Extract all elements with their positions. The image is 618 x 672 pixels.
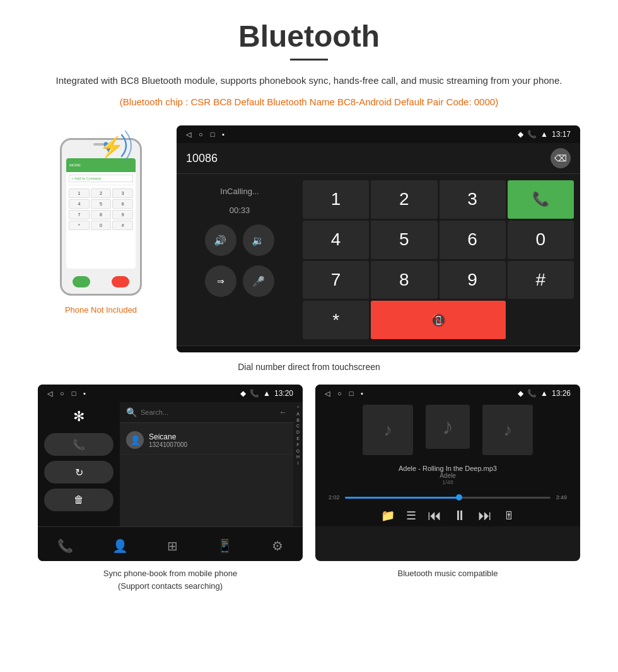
contact-info: Seicane 13241007000 <box>149 432 287 448</box>
progress-fill <box>345 497 458 499</box>
music-screen-container: ◁ ○ □ ▪ ◆ 📞 ▲ 13:26 <box>315 385 580 592</box>
bluetooth-icon-sidebar: ✻ <box>44 408 114 425</box>
page-title: Bluetooth <box>38 19 580 54</box>
specs-text: (Bluetooth chip : CSR BC8 Default Blueto… <box>38 95 580 110</box>
contacts-bottom-nav: 📞 👤 ⊞ 📱 ⚙ <box>38 526 303 561</box>
phone-bottom-buttons <box>62 276 140 287</box>
home-icon-c: ○ <box>60 390 64 397</box>
back-icon-c: ◁ <box>47 390 52 398</box>
caption-music: Bluetooth music compatible <box>315 567 580 580</box>
music-controls: 📁 ☰ ⏮ ⏸ ⏭ 🎚 <box>381 507 515 524</box>
dial-display-bar: 10086 ⌫ <box>177 143 580 174</box>
phone-illustration: ♥ ⚡ MORE <box>50 125 151 296</box>
contacts-search-input[interactable] <box>141 408 276 416</box>
statusbar-left-icons: ◁ ○ □ ▪ <box>186 130 224 139</box>
phone-screen-content: + Add to Contacts 1 2 3 4 5 6 7 8 <box>66 172 136 233</box>
statusbar-right: ◆ 📞 ▲ 13:17 <box>518 130 571 139</box>
search-back-icon: ← <box>279 408 287 417</box>
nav-contacts-c[interactable]: 👤 <box>112 538 128 553</box>
nav-calls-c[interactable]: 📞 <box>57 538 73 553</box>
track-info: Adele - Rolling In the Deep.mp3 Adele 1/… <box>399 465 497 485</box>
home-icon-m: ○ <box>337 390 342 397</box>
bluetooth-waves: ♥ ⚡ <box>98 129 136 166</box>
contact-name: Seicane <box>149 432 287 441</box>
call-accept-button[interactable]: 📞 <box>508 180 574 219</box>
album-left: ♪ <box>363 405 413 455</box>
equalizer-icon[interactable]: 🎚 <box>503 509 515 523</box>
recents-icon-m: □ <box>349 390 354 397</box>
key-8[interactable]: 8 <box>371 261 437 299</box>
contact-item[interactable]: 👤 Seicane 13241007000 <box>120 426 293 455</box>
music-albums: ♪ ♪ ♪ <box>363 405 533 455</box>
back-icon: ◁ <box>186 130 191 139</box>
key-5[interactable]: 5 <box>371 221 437 259</box>
contacts-body: ✻ 📞 ↻ 🗑 🔍 ← 👤 <box>38 402 303 526</box>
nav-keypad-c[interactable]: ⊞ <box>167 538 178 553</box>
sync-sidebar-btn[interactable]: ↻ <box>44 461 114 484</box>
time-current: 2:02 <box>329 494 340 501</box>
prev-button[interactable]: ⏮ <box>428 507 441 524</box>
backspace-button[interactable]: ⌫ <box>551 148 571 168</box>
key-7[interactable]: 7 <box>303 261 369 299</box>
play-pause-button[interactable]: ⏸ <box>453 507 467 524</box>
recents-icon-c: □ <box>72 390 76 397</box>
dial-number: 10086 <box>186 152 545 165</box>
key-9[interactable]: 9 <box>440 261 506 299</box>
key-4[interactable]: 4 <box>303 221 369 259</box>
call-status: InCalling... <box>220 187 259 196</box>
key-hash[interactable]: # <box>508 261 574 299</box>
key-2[interactable]: 2 <box>371 180 437 219</box>
top-section: ♥ ⚡ MORE <box>38 125 580 352</box>
signal-icon-m: ▲ <box>540 389 548 398</box>
key-6[interactable]: 6 <box>440 221 506 259</box>
call-end-button[interactable]: 📵 <box>371 301 506 339</box>
notif-icon-c: ▪ <box>83 390 86 397</box>
back-icon-m: ◁ <box>325 390 330 398</box>
key-star[interactable]: * <box>303 301 369 339</box>
call-timer: 00:33 <box>230 206 250 215</box>
home-icon: ○ <box>199 130 203 138</box>
call-icon-c: 📞 <box>250 389 259 398</box>
nav-phone-c[interactable]: 📱 <box>217 538 233 553</box>
dial-body: InCalling... 00:33 🔊 🔉 ⇒ 🎤 <box>177 174 580 345</box>
call-sidebar-btn[interactable]: 📞 <box>44 433 114 456</box>
key-0[interactable]: 0 <box>508 221 574 259</box>
phone-add-contacts: + Add to Contacts <box>69 175 133 182</box>
mute-button[interactable]: 🎤 <box>243 265 274 297</box>
android-contacts-screen: ◁ ○ □ ▪ ◆ 📞 ▲ 13:20 ✻ <box>38 385 303 561</box>
folder-icon[interactable]: 📁 <box>381 509 395 523</box>
album-right: ♪ <box>482 405 533 455</box>
music-body: ♪ ♪ ♪ Adele - Rolling In the Deep.mp3 Ad… <box>315 402 580 526</box>
volume-up-button[interactable]: 🔊 <box>205 224 236 256</box>
progress-bar-container: 2:02 3:49 <box>329 494 567 501</box>
dial-statusbar: ◁ ○ □ ▪ ◆ 📞 ▲ 13:17 <box>177 125 580 143</box>
notification-icon: ▪ <box>222 130 224 138</box>
bottom-section: ◁ ○ □ ▪ ◆ 📞 ▲ 13:20 ✻ <box>38 385 580 592</box>
nav-settings-c[interactable]: ⚙ <box>272 538 283 553</box>
dial-controls-row1: 🔊 🔉 <box>205 224 274 256</box>
android-dial-screen: ◁ ○ □ ▪ ◆ 📞 ▲ 13:17 10086 ⌫ <box>177 125 580 352</box>
dial-controls-row2: ⇒ 🎤 <box>205 265 274 297</box>
next-button[interactable]: ⏭ <box>478 507 492 524</box>
signal-icon: ▲ <box>540 130 548 139</box>
volume-down-button[interactable]: 🔉 <box>243 224 274 256</box>
delete-sidebar-btn[interactable]: 🗑 <box>44 489 114 511</box>
music-note-left: ♪ <box>383 420 392 440</box>
android-music-screen: ◁ ○ □ ▪ ◆ 📞 ▲ 13:26 <box>315 385 580 561</box>
time-display: 13:17 <box>552 130 571 139</box>
key-1[interactable]: 1 <box>303 180 369 219</box>
contacts-list: 👤 Seicane 13241007000 <box>120 423 293 458</box>
playlist-icon[interactable]: ☰ <box>406 509 416 523</box>
signal-icon-c: ▲ <box>263 389 271 398</box>
contacts-sidebar: ✻ 📞 ↻ 🗑 <box>38 402 120 526</box>
music-statusbar: ◁ ○ □ ▪ ◆ 📞 ▲ 13:26 <box>315 385 580 402</box>
phone-side: ♥ ⚡ MORE <box>38 125 164 315</box>
progress-track[interactable] <box>345 497 551 499</box>
key-3[interactable]: 3 <box>440 180 506 219</box>
progress-dot <box>456 494 462 501</box>
transfer-button[interactable]: ⇒ <box>205 265 236 297</box>
contacts-main: 🔍 ← 👤 Seicane 13241007000 <box>120 402 293 526</box>
main-description: Integrated with BC8 Bluetooth module, su… <box>38 73 580 88</box>
loc-icon-m: ◆ <box>518 389 523 398</box>
track-count: 1/48 <box>399 479 497 485</box>
